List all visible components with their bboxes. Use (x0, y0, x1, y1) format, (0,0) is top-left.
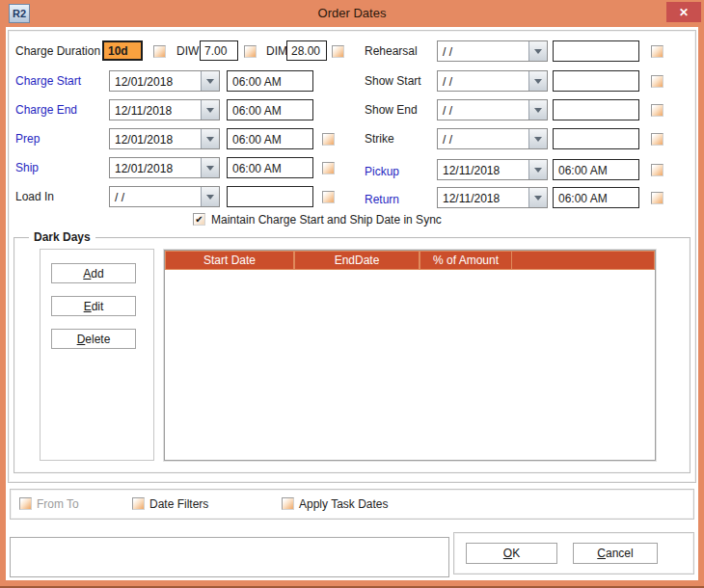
prep-date-combo[interactable]: 12/01/2018 (109, 128, 220, 149)
ship-checkbox[interactable] (322, 162, 335, 174)
return-date-value: 12/11/2018 (438, 188, 528, 207)
show-start-dropdown-button[interactable] (528, 71, 547, 91)
apply-task-dates-label: Apply Task Dates (299, 497, 389, 511)
delete-button[interactable]: Delete (51, 329, 136, 349)
load-in-checkbox[interactable] (322, 191, 335, 203)
pickup-date-combo[interactable]: 12/11/2018 (437, 159, 548, 180)
chevron-down-icon (206, 79, 214, 84)
load-in-time-input[interactable] (227, 186, 313, 207)
strike-dropdown-button[interactable] (528, 129, 547, 148)
charge-duration-label: Charge Duration (15, 44, 100, 58)
return-checkbox[interactable] (651, 192, 663, 204)
rehearsal-dropdown-button[interactable] (528, 41, 547, 61)
strike-checkbox[interactable] (651, 133, 663, 146)
rehearsal-checkbox[interactable] (651, 45, 663, 58)
dark-days-table[interactable]: Start Date EndDate % of Amount (164, 250, 656, 461)
ship-date-combo[interactable]: 12/01/2018 (109, 157, 220, 178)
close-button[interactable]: ✕ (666, 2, 701, 22)
prep-date-value: 12/01/2018 (110, 129, 201, 148)
date-filters-checkbox[interactable] (132, 497, 145, 510)
from-to-checkbox (19, 497, 32, 510)
dark-days-table-body[interactable] (165, 270, 655, 460)
charge-duration-input[interactable]: 10d (102, 40, 143, 61)
column-header-filler (512, 251, 655, 270)
strike-label: Strike (365, 132, 394, 146)
check-icon: ✔ (195, 214, 203, 225)
ship-time-input[interactable]: 06:00 AM (227, 157, 313, 178)
rehearsal-label: Rehearsal (365, 44, 418, 58)
cancel-button[interactable]: Cancel (573, 543, 658, 564)
charge-start-date-combo[interactable]: 12/01/2018 (109, 70, 220, 92)
prep-dropdown-button[interactable] (201, 129, 219, 148)
show-end-dropdown-button[interactable] (528, 100, 547, 120)
return-label: Return (365, 193, 399, 206)
column-header-percent-of-amount[interactable]: % of Amount (420, 251, 512, 270)
show-end-date-value: / / (438, 100, 528, 120)
apply-task-dates-checkbox[interactable] (282, 497, 294, 510)
sync-checkbox[interactable]: ✔ (193, 213, 205, 226)
show-start-label: Show Start (365, 74, 421, 88)
load-in-date-value: / / (110, 187, 201, 206)
pickup-checkbox[interactable] (651, 164, 663, 176)
ok-button[interactable]: OK (466, 543, 557, 564)
show-end-date-combo[interactable]: / / (437, 99, 548, 120)
prep-checkbox[interactable] (322, 133, 335, 146)
charge-start-dropdown-button[interactable] (201, 71, 219, 91)
diw-input[interactable]: 7.00 (200, 40, 238, 61)
diw-checkbox[interactable] (244, 45, 257, 58)
load-in-dropdown-button[interactable] (201, 187, 219, 206)
add-button-label: A (83, 267, 91, 281)
chevron-down-icon (206, 137, 214, 142)
load-in-label: Load In (15, 190, 54, 203)
pickup-dropdown-button[interactable] (528, 160, 547, 179)
column-header-start-date[interactable]: Start Date (165, 251, 294, 270)
note-input[interactable] (10, 537, 449, 577)
add-button[interactable]: Add (51, 263, 136, 283)
dark-days-title: Dark Days (29, 230, 95, 244)
edit-button[interactable]: Edit (51, 296, 136, 316)
rehearsal-time-input[interactable] (553, 40, 639, 62)
show-start-time-input[interactable] (553, 70, 639, 92)
show-end-time-input[interactable] (553, 99, 639, 120)
strike-time-input[interactable] (553, 128, 639, 149)
charge-end-date-combo[interactable]: 12/11/2018 (109, 99, 220, 120)
charge-end-dropdown-button[interactable] (201, 100, 219, 120)
ship-label: Ship (15, 161, 39, 174)
chevron-down-icon (206, 108, 214, 113)
chevron-down-icon (534, 108, 542, 113)
show-end-label: Show End (365, 103, 418, 117)
charge-start-date-value: 12/01/2018 (110, 71, 201, 91)
load-in-date-combo[interactable]: / / (109, 186, 220, 207)
column-header-end-date[interactable]: EndDate (294, 251, 420, 270)
chevron-down-icon (534, 168, 542, 173)
return-date-combo[interactable]: 12/11/2018 (437, 187, 548, 208)
strike-date-combo[interactable]: / / (437, 128, 548, 149)
strike-date-value: / / (438, 129, 528, 148)
cancel-button-label: C (597, 547, 606, 560)
dim-checkbox[interactable] (332, 45, 344, 58)
chevron-down-icon (206, 166, 214, 171)
dim-input[interactable]: 28.00 (286, 40, 327, 61)
return-time-input[interactable]: 06:00 AM (553, 187, 639, 208)
prep-time-input[interactable]: 06:00 AM (227, 128, 313, 149)
charge-end-time-input[interactable]: 06:00 AM (227, 99, 313, 120)
show-start-date-combo[interactable]: / / (437, 70, 548, 92)
ship-dropdown-button[interactable] (201, 158, 219, 177)
charge-duration-checkbox[interactable] (153, 45, 166, 58)
pickup-label: Pickup (365, 165, 399, 178)
window-title: Order Dates (0, 6, 704, 20)
rehearsal-date-combo[interactable]: / / (437, 40, 548, 62)
charge-start-label: Charge Start (15, 74, 81, 88)
charge-end-label: Charge End (15, 103, 77, 117)
return-dropdown-button[interactable] (528, 188, 547, 207)
edit-button-label: E (84, 300, 92, 313)
diw-label: DIW (176, 44, 199, 58)
show-start-checkbox[interactable] (651, 75, 663, 88)
pickup-time-input[interactable]: 06:00 AM (553, 159, 639, 180)
ok-button-label: O (503, 547, 512, 560)
show-end-checkbox[interactable] (651, 104, 663, 117)
prep-label: Prep (15, 132, 40, 146)
charge-start-time-input[interactable]: 06:00 AM (227, 70, 313, 92)
pickup-date-value: 12/11/2018 (438, 160, 528, 179)
order-dates-window: { "window": { "title": "Order Dates", "i… (0, 0, 704, 588)
